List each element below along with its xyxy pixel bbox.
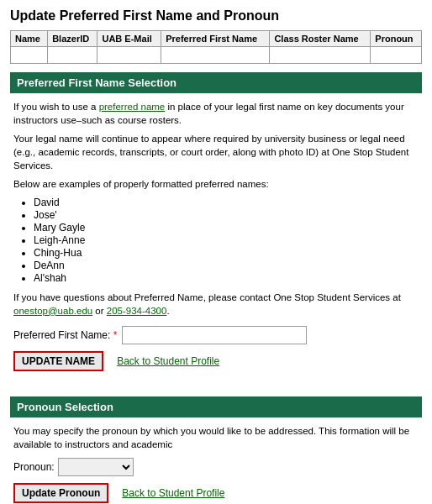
table-cell-pronoun [371, 47, 422, 64]
table-header-pronoun: Pronoun [371, 31, 422, 47]
back-to-profile-link-2[interactable]: Back to Student Profile [122, 487, 224, 499]
info-table: Name BlazerID UAB E-Mail Preferred First… [10, 30, 422, 64]
pronoun-label: Pronoun: [13, 461, 55, 473]
preferred-name-contact-para: If you have questions about Preferred Na… [13, 291, 419, 318]
list-item: Mary Gayle [34, 222, 419, 234]
list-item: Ching-Hua [34, 247, 419, 259]
pronoun-section: Pronoun Selection You may specify the pr… [10, 396, 422, 504]
list-item: Leigh-Anne [34, 234, 419, 246]
table-header-preferred-first-name: Preferred First Name [161, 31, 270, 47]
table-header-email: UAB E-Mail [97, 31, 161, 47]
name-examples-list: David Jose' Mary Gayle Leigh-Anne Ching-… [34, 197, 419, 284]
back-to-profile-link-1[interactable]: Back to Student Profile [117, 355, 219, 367]
pronoun-select[interactable]: He/Him She/Her They/Them Ze/Zir Ze/Hir [58, 458, 134, 476]
preferred-name-link[interactable]: preferred name [99, 102, 166, 112]
list-item: Jose' [34, 209, 419, 221]
update-pronoun-button[interactable]: Update Pronoun [13, 483, 108, 503]
table-cell-preferred-first-name [161, 47, 270, 64]
table-header-blazerid: BlazerID [48, 31, 97, 47]
preferred-first-name-input[interactable] [122, 326, 307, 344]
pronoun-description: You may specify the pronoun by which you… [13, 424, 419, 451]
required-star: * [110, 329, 117, 341]
list-item: Al'shah [34, 272, 419, 284]
table-header-name: Name [11, 31, 48, 47]
table-header-class-roster: Class Roster Name [270, 31, 371, 47]
preferred-name-para1: If you wish to use a preferred name in p… [13, 100, 419, 127]
pronoun-form: Pronoun: He/Him She/Her They/Them Ze/Zir… [13, 458, 419, 503]
table-cell-class-roster [270, 47, 371, 64]
table-cell-blazerid [48, 47, 97, 64]
preferred-first-name-section: Preferred First Name Selection If you wi… [10, 72, 422, 388]
table-row [11, 47, 422, 64]
phone-link[interactable]: 205-934-4300 [107, 306, 167, 316]
table-cell-email [97, 47, 161, 64]
preferred-first-name-form: Preferred First Name: * UPDATE NAME Back… [13, 326, 419, 371]
list-item: David [34, 197, 419, 208]
email-link[interactable]: onestop@uab.edu [13, 306, 92, 316]
page-title: Update Preferred First Name and Pronoun [10, 8, 422, 24]
preferred-name-para3: Below are examples of properly formatted… [13, 177, 419, 191]
pronoun-header: Pronoun Selection [10, 396, 422, 417]
preferred-first-name-header: Preferred First Name Selection [10, 72, 422, 93]
preferred-name-para2: Your legal name will continue to appear … [13, 132, 419, 172]
list-item: DeAnn [34, 260, 419, 271]
table-cell-name [11, 47, 48, 64]
update-name-button[interactable]: UPDATE NAME [13, 351, 103, 371]
preferred-first-name-label: Preferred First Name: * [13, 329, 117, 341]
